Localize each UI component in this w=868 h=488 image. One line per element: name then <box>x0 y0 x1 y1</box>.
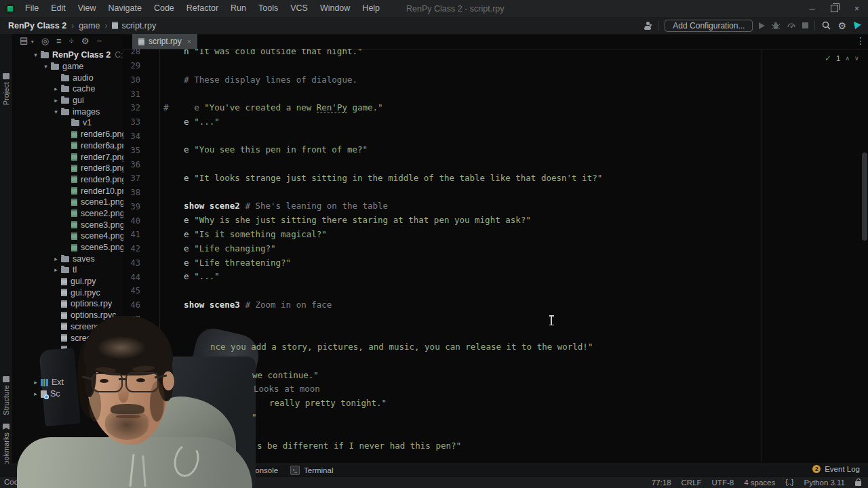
menu-vcs[interactable]: VCS <box>284 0 314 17</box>
project-tool-icon-5[interactable]: − <box>97 34 102 49</box>
code-line-35: 35 e "You see this pen in front of me?" <box>124 143 868 157</box>
debug-icon[interactable] <box>771 21 781 30</box>
menu-window[interactable]: Window <box>314 0 356 17</box>
restore-button[interactable] <box>823 0 846 17</box>
status-item[interactable]: 4 spaces <box>744 479 775 487</box>
tree-item[interactable]: scene5.png <box>12 242 123 253</box>
folder-icon <box>61 109 69 115</box>
menu-tools[interactable]: Tools <box>252 0 284 17</box>
tree-item[interactable]: ▸Ext <box>12 377 114 388</box>
tree-item[interactable]: ▾images <box>12 106 123 117</box>
prev-problem-icon[interactable]: ∧ <box>845 55 850 62</box>
tree-item[interactable]: ▸gui <box>12 95 123 106</box>
breadcrumb-item[interactable]: script.rpy <box>121 21 156 30</box>
stop-button[interactable] <box>802 22 808 28</box>
menu-code[interactable]: Code <box>148 0 180 17</box>
status-item[interactable]: Python 3.11 <box>804 479 845 487</box>
chevron-open-icon[interactable]: ▾ <box>31 52 41 58</box>
menu-run[interactable]: Run <box>224 0 252 17</box>
lock-icon[interactable] <box>855 481 861 486</box>
tree-item[interactable]: render9.png <box>12 174 123 186</box>
terminal-tab[interactable]: ›_ Terminal <box>290 464 333 476</box>
beard <box>105 410 149 440</box>
tree-item[interactable]: gui.rpy <box>12 276 123 287</box>
minimize-button[interactable]: ─ <box>801 0 823 17</box>
inspections-widget[interactable]: ✓ 1 ∧ ∨ <box>825 54 859 63</box>
folder-icon <box>61 256 69 262</box>
breadcrumb-item[interactable]: game <box>79 21 100 30</box>
tree-item[interactable]: ▸saves <box>12 253 123 264</box>
tree-item[interactable]: ▸Sc <box>12 388 114 400</box>
status-item[interactable]: UTF-8 <box>712 479 734 487</box>
menu-edit[interactable]: Edit <box>45 0 72 17</box>
menu-refactor[interactable]: Refactor <box>180 0 224 17</box>
chevron-open-icon[interactable]: ▾ <box>51 108 61 115</box>
tree-item[interactable]: ▾game <box>12 61 123 73</box>
image-icon <box>71 142 77 149</box>
tree-item[interactable]: render7.png <box>12 151 123 163</box>
search-icon[interactable] <box>821 20 831 30</box>
tree-item[interactable]: gui.rpyc <box>12 287 123 298</box>
project-tool-icon-2[interactable]: ≡ <box>56 34 62 49</box>
chevron-closed-icon[interactable]: ▸ <box>51 266 61 273</box>
close-tab-icon[interactable]: × <box>187 37 191 45</box>
tree-item[interactable]: scene1.png <box>12 197 123 208</box>
folder-icon <box>61 267 69 273</box>
tree-item[interactable]: ▸tl <box>12 264 123 276</box>
menu-help[interactable]: Help <box>356 0 386 17</box>
tree-item[interactable]: render8.png <box>12 163 123 174</box>
run-button[interactable] <box>759 22 765 29</box>
tab-script-rpy[interactable]: script.rpy × <box>132 34 197 49</box>
tree-item[interactable]: ▾RenPy Class 2C:\VIDEO\ <box>12 49 123 61</box>
menu-navigate[interactable]: Navigate <box>102 0 148 17</box>
code-line-41: 41 e "Is it something magical?" <box>124 228 868 242</box>
event-count-badge: 2 <box>812 465 821 473</box>
tree-item[interactable]: ▸cache <box>12 83 123 95</box>
chevron-closed-icon[interactable]: ▸ <box>31 390 41 397</box>
close-button[interactable]: × <box>846 0 868 17</box>
tree-item[interactable]: scene2.png <box>12 208 123 220</box>
sidebar-item-bookmarks[interactable]: Bookmarks <box>0 424 12 470</box>
chevron-closed-icon[interactable]: ▸ <box>51 85 61 92</box>
sidebar-item-structure[interactable]: Structure <box>0 376 12 415</box>
project-tool-icon-4[interactable]: ⚙ <box>81 34 90 49</box>
tree-item[interactable]: scene4.png <box>12 230 123 242</box>
braces-icon[interactable]: {..} <box>785 479 793 486</box>
editor-scrollbar[interactable] <box>862 152 867 241</box>
breadcrumb-item[interactable]: RenPy Class 2 <box>8 21 66 30</box>
project-tool-icon-0[interactable]: ▤..▾ <box>20 33 34 49</box>
tree-item[interactable]: render10.png <box>12 185 123 197</box>
status-item[interactable]: CRLF <box>682 479 702 487</box>
event-log[interactable]: 2 Event Log <box>812 465 860 473</box>
image-icon <box>71 165 77 172</box>
chevron-closed-icon[interactable]: ▸ <box>51 97 61 104</box>
terminal-icon: ›_ <box>290 466 300 475</box>
chevron-closed-icon[interactable]: ▸ <box>51 256 61 262</box>
add-configuration-button[interactable]: Add Configuration... <box>665 20 753 32</box>
status-item[interactable]: 77:18 <box>652 479 671 487</box>
code-line-29: 29 <box>124 59 868 73</box>
tree-item[interactable]: render6.png <box>12 129 123 140</box>
menu-view[interactable]: View <box>72 0 102 17</box>
user-dropdown[interactable]: ▾ <box>644 22 652 30</box>
menu-file[interactable]: File <box>19 0 45 17</box>
check-icon: ✓ <box>825 54 831 63</box>
breadcrumb-separator: › <box>104 21 107 30</box>
tree-item[interactable]: v1 <box>12 117 123 129</box>
ide-color-logo-icon[interactable] <box>852 20 863 30</box>
tree-item[interactable]: render6a.png <box>12 140 123 152</box>
settings-gear-icon[interactable]: ⚙ <box>837 21 846 30</box>
tree-item[interactable]: audio <box>12 72 123 83</box>
tree-item[interactable]: scene3.png <box>12 219 123 230</box>
next-problem-icon[interactable]: ∨ <box>854 55 859 62</box>
status-widgets: 77:18CRLFUTF-84 spaces{..}Python 3.11 <box>652 476 861 488</box>
chevron-closed-icon[interactable]: ▸ <box>31 379 41 386</box>
file-icon <box>61 300 67 308</box>
coverage-icon[interactable] <box>787 21 796 30</box>
editor-options-kebab-icon[interactable]: ⋮ <box>856 35 865 46</box>
project-tool-icon-3[interactable]: ÷ <box>69 34 74 49</box>
sidebar-item-project[interactable]: Project <box>0 73 12 105</box>
project-tool-icon-1[interactable]: ◎ <box>41 34 49 49</box>
chevron-open-icon[interactable]: ▾ <box>41 63 51 70</box>
tree-item[interactable]: options.rpy <box>12 298 123 310</box>
